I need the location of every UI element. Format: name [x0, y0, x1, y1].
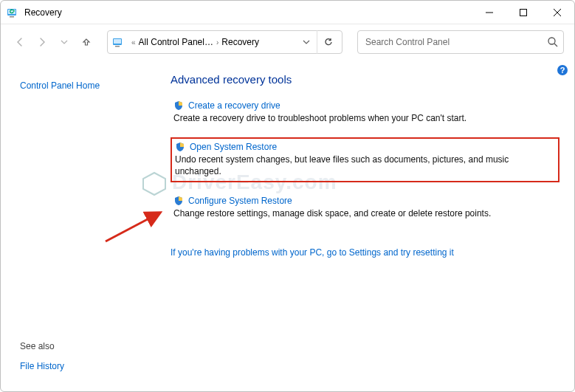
svg-rect-9: [115, 46, 120, 47]
forward-button[interactable]: [33, 33, 51, 51]
svg-rect-2: [10, 16, 14, 18]
maximize-button[interactable]: [506, 1, 540, 24]
breadcrumb-segment-recovery[interactable]: Recovery: [221, 37, 259, 47]
svg-line-11: [554, 44, 557, 47]
svg-rect-8: [114, 39, 121, 44]
minimize-button[interactable]: [472, 1, 506, 24]
control-panel-icon: [112, 36, 124, 48]
window-title: Recovery: [24, 7, 62, 18]
open-system-restore-link[interactable]: Open System Restore: [190, 142, 277, 152]
recovery-window: Recovery «: [0, 0, 575, 392]
svg-point-10: [548, 38, 555, 44]
svg-text:?: ?: [560, 66, 565, 75]
refresh-button[interactable]: [317, 30, 339, 54]
see-also-label: See also: [20, 341, 64, 351]
breadcrumb-prefix-icon: «: [131, 38, 136, 47]
create-recovery-drive-desc: Create a recovery drive to troubleshoot …: [173, 112, 557, 124]
back-button[interactable]: [11, 33, 29, 51]
page-heading: Advanced recovery tools: [171, 73, 559, 86]
content-area: DriverEasy.com Control Panel Home See al…: [1, 60, 574, 391]
address-bar[interactable]: « All Control Panel… › Recovery: [107, 30, 342, 54]
tool-configure-system-restore: Configure System Restore Change restore …: [171, 194, 559, 221]
search-input[interactable]: [365, 37, 547, 47]
tool-create-recovery-drive: Create a recovery drive Create a recover…: [171, 99, 559, 125]
up-button[interactable]: [78, 33, 95, 51]
file-history-link[interactable]: File History: [20, 361, 64, 371]
search-bar[interactable]: [357, 30, 564, 54]
see-also-section: See also File History: [20, 341, 64, 372]
svg-rect-4: [520, 9, 527, 16]
chevron-right-icon: ›: [216, 38, 218, 47]
open-system-restore-desc: Undo recent system changes, but leave fi…: [175, 154, 555, 177]
close-button[interactable]: [540, 1, 574, 24]
create-recovery-drive-link[interactable]: Create a recovery drive: [188, 100, 280, 111]
configure-system-restore-desc: Change restore settings, manage disk spa…: [173, 207, 557, 219]
main-pane: ? Advanced recovery tools Create a recov…: [156, 60, 574, 391]
reset-pc-link[interactable]: If you're having problems with your PC, …: [171, 247, 454, 258]
configure-system-restore-link[interactable]: Configure System Restore: [188, 196, 292, 206]
help-icon[interactable]: ?: [557, 64, 568, 76]
shield-icon: [175, 142, 185, 152]
control-panel-home-link[interactable]: Control Panel Home: [20, 80, 156, 91]
breadcrumb-segment-all[interactable]: All Control Panel…: [139, 37, 213, 47]
recent-dropdown-button[interactable]: [55, 33, 73, 51]
tool-open-system-restore: Open System Restore Undo recent system c…: [171, 137, 559, 182]
search-icon[interactable]: [547, 36, 559, 48]
titlebar: Recovery: [1, 1, 574, 24]
address-dropdown-button[interactable]: [299, 32, 314, 52]
shield-icon: [173, 196, 184, 206]
recovery-app-icon: [7, 7, 18, 18]
shield-icon: [173, 100, 184, 111]
navigation-bar: « All Control Panel… › Recovery: [1, 24, 574, 60]
